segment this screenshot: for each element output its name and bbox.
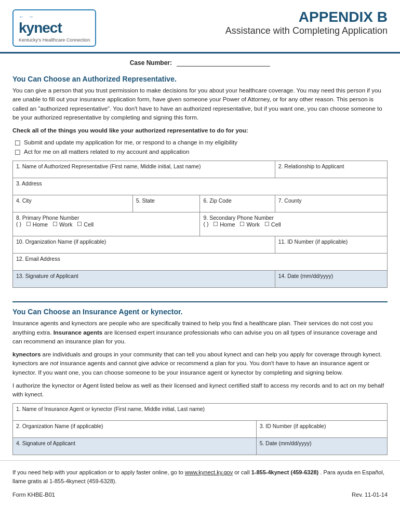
- field-address[interactable]: 3. Address: [13, 178, 388, 195]
- section2-para2: kynectors are individuals and groups in …: [12, 350, 388, 377]
- field-4-label: 4. City: [16, 197, 129, 204]
- table-row: 1. Name of Authorized Representative (Fi…: [13, 161, 388, 178]
- field-6-label: 6. Zip Code: [203, 197, 271, 204]
- field-9-paren: ( ): [203, 221, 208, 227]
- field-1-label: 1. Name of Authorized Representative (Fi…: [16, 163, 272, 169]
- table-row: 8. Primary Phone Number ( ) ☐ Home ☐ Wor…: [13, 212, 388, 236]
- field-org-name[interactable]: 10. Organization Name (if applicable): [13, 236, 275, 254]
- field-s2-org-name[interactable]: 2. Organization Name (if applicable): [13, 421, 257, 438]
- case-number-row: Case Number:: [0, 54, 400, 70]
- field-s2-3-label: 3. ID Number (if applicable): [260, 423, 384, 429]
- field-s2-1-label: 1. Name of Insurance Agent or kynector (…: [16, 406, 384, 412]
- table-row: 12. Email Address: [13, 254, 388, 271]
- table-row: 4. City 5. State 6. Zip Code 7. County: [13, 195, 388, 212]
- field-3-label: 3. Address: [16, 180, 384, 187]
- section1-title: You Can Choose an Authorized Representat…: [12, 75, 388, 83]
- checkbox-item-2: ☐ Act for me on all matters related to m…: [15, 149, 388, 156]
- check-home2-icon: ☐: [213, 221, 218, 228]
- field-9-label: 9. Secondary Phone Number ( ) ☐ Home ☐ W…: [203, 215, 384, 228]
- field-s2-id[interactable]: 3. ID Number (if applicable): [256, 421, 387, 438]
- check-home-label: Home: [33, 221, 48, 228]
- check-cell-icon: ☐: [77, 221, 82, 228]
- field-relationship[interactable]: 2. Relationship to Applicant: [275, 161, 387, 178]
- check-home-icon: ☐: [26, 221, 31, 228]
- checkbox-list: ☐ Submit and update my application for m…: [15, 139, 388, 156]
- field-s2-2-label: 2. Organization Name (if applicable): [16, 423, 253, 429]
- field-secondary-phone[interactable]: 9. Secondary Phone Number ( ) ☐ Home ☐ W…: [200, 212, 388, 236]
- case-number-field[interactable]: [177, 59, 270, 66]
- footer-phone: 1-855-4kynect (459-6328): [251, 469, 319, 475]
- section2-bold2: kynectors: [12, 351, 41, 357]
- section2-title: You Can Choose an Insurance Agent or kyn…: [12, 308, 388, 316]
- section1: You Can Choose an Authorized Representat…: [0, 70, 400, 293]
- section2-para2b: insurance agents and cannot give advice …: [12, 360, 369, 375]
- section2: You Can Choose an Insurance Agent or kyn…: [0, 302, 400, 460]
- field-s2-signature[interactable]: 4. Signature of Applicant: [13, 438, 257, 455]
- field-id-number[interactable]: 11. ID Number (if applicable): [275, 236, 387, 254]
- field-city[interactable]: 4. City: [13, 195, 133, 212]
- table-row: 10. Organization Name (if applicable) 11…: [13, 236, 388, 254]
- section2-para1: Insurance agents and kynectors are peopl…: [12, 319, 388, 346]
- table-row: 2. Organization Name (if applicable) 3. …: [13, 421, 388, 438]
- checkbox-item-1: ☐ Submit and update my application for m…: [15, 139, 388, 147]
- field-10-label: 10. Organization Name (if applicable): [16, 238, 272, 245]
- phone9-work-check[interactable]: ☐ Work: [239, 221, 259, 228]
- table-row: 13. Signature of Applicant 14. Date (mm/…: [13, 271, 388, 288]
- form-code-label: Form KHBE-B01: [12, 491, 55, 498]
- table-row: 1. Name of Insurance Agent or kynector (…: [13, 404, 388, 421]
- field-county[interactable]: 7. County: [275, 195, 387, 212]
- field-primary-phone[interactable]: 8. Primary Phone Number ( ) ☐ Home ☐ Wor…: [13, 212, 200, 236]
- field-agent-name[interactable]: 1. Name of Insurance Agent or kynector (…: [13, 404, 388, 421]
- appendix-label: APPENDIX B: [116, 9, 388, 25]
- footer-text2: or call: [234, 469, 249, 475]
- field-email[interactable]: 12. Email Address: [13, 254, 388, 271]
- phone8-cell-check[interactable]: ☐ Cell: [77, 221, 94, 228]
- checkbox-1-label: Submit and update my application for me,…: [24, 139, 237, 145]
- field-8-paren: ( ): [16, 221, 21, 227]
- field-7-label: 7. County: [278, 197, 384, 204]
- section1-para1: You can give a person that you trust per…: [12, 86, 388, 122]
- check-header-label: Check all of the things you would like y…: [12, 127, 248, 134]
- field-2-label: 2. Relationship to Applicant: [278, 163, 384, 169]
- header-title: APPENDIX B Assistance with Completing Ap…: [106, 9, 388, 36]
- field-date[interactable]: 14. Date (mm/dd/yyyy): [275, 271, 387, 288]
- checkbox-2-label: Act for me on all matters related to my …: [24, 149, 189, 155]
- section1-form-table: 1. Name of Authorized Representative (Fi…: [12, 161, 388, 288]
- field-5-label: 5. State: [136, 197, 197, 204]
- check-cell2-label: Cell: [271, 221, 281, 228]
- section2-form-table: 1. Name of Insurance Agent or kynector (…: [12, 403, 388, 455]
- phone9-home-check[interactable]: ☐ Home: [213, 221, 235, 228]
- field-11-label: 11. ID Number (if applicable): [278, 238, 384, 245]
- page-header: ← → kynect Kentucky's Healthcare Connect…: [0, 0, 400, 54]
- phone8-work-check[interactable]: ☐ Work: [52, 221, 72, 228]
- section-gap: [0, 293, 400, 301]
- logo-name: kynect: [19, 20, 90, 36]
- form-rev-label: Rev. 11-01-14: [352, 491, 388, 498]
- field-state[interactable]: 5. State: [132, 195, 200, 212]
- section2-italic1: not: [50, 360, 58, 366]
- field-s2-5-label: 5. Date (mm/dd/yyyy): [260, 440, 384, 446]
- field-s2-4-label: 4. Signature of Applicant: [16, 440, 253, 446]
- checkbox-2-icon[interactable]: ☐: [15, 149, 21, 156]
- check-work-icon: ☐: [52, 221, 58, 228]
- appendix-subtitle: Assistance with Completing Application: [116, 25, 388, 36]
- field-zip[interactable]: 6. Zip Code: [200, 195, 275, 212]
- table-row: 4. Signature of Applicant 5. Date (mm/dd…: [13, 438, 388, 455]
- checkbox-1-icon[interactable]: ☐: [15, 139, 21, 147]
- field-s2-date[interactable]: 5. Date (mm/dd/yyyy): [256, 438, 387, 455]
- field-name-of-rep[interactable]: 1. Name of Authorized Representative (Fi…: [13, 161, 275, 178]
- logo-area: ← → kynect Kentucky's Healthcare Connect…: [12, 9, 106, 47]
- section2-para3: I authorize the kynector or Agent listed…: [12, 381, 388, 400]
- check-work-label: Work: [59, 221, 72, 228]
- phone9-cell-check[interactable]: ☐ Cell: [264, 221, 281, 228]
- check-work2-icon: ☐: [239, 221, 245, 228]
- footer-website-link[interactable]: www.kynect.ky.gov: [185, 469, 233, 475]
- section2-bold1: Insurance agents: [54, 329, 103, 336]
- logo-arrows: ← →: [19, 14, 90, 20]
- check-cell2-icon: ☐: [264, 221, 270, 228]
- footer-note: If you need help with your application o…: [0, 460, 400, 488]
- field-signature[interactable]: 13. Signature of Applicant: [13, 271, 275, 288]
- phone8-home-check[interactable]: ☐ Home: [26, 221, 48, 228]
- field-12-label: 12. Email Address: [16, 256, 384, 262]
- case-number-label: Case Number:: [130, 59, 172, 66]
